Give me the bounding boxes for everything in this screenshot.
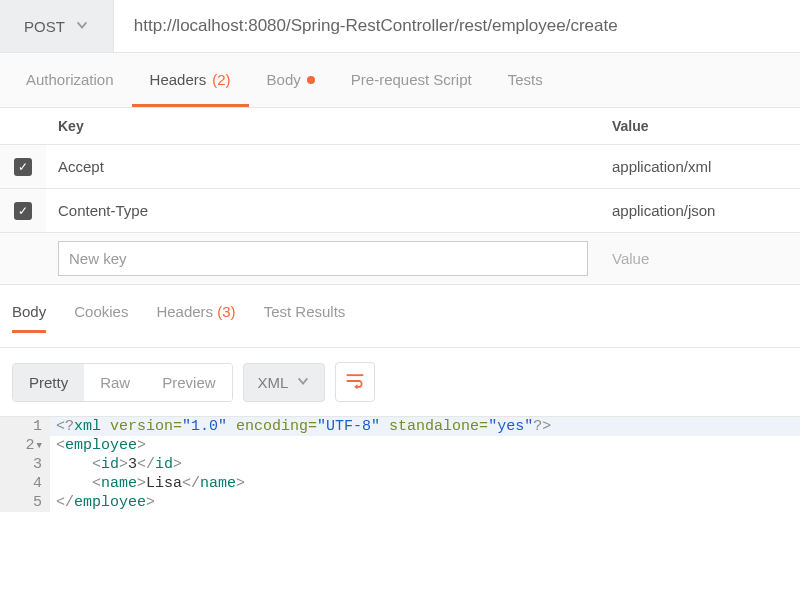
code-content: <?xml version="1.0" encoding="UTF-8" sta… bbox=[50, 417, 557, 436]
fold-icon[interactable]: ▼ bbox=[37, 441, 42, 451]
resp-tab-cookies[interactable]: Cookies bbox=[74, 299, 128, 333]
tab-count: (2) bbox=[212, 71, 230, 88]
view-pretty[interactable]: Pretty bbox=[13, 364, 84, 401]
code-line: 5</employee> bbox=[0, 493, 800, 512]
table-header-row: Key Value bbox=[0, 108, 800, 145]
code-content: </employee> bbox=[50, 493, 161, 512]
lang-label: XML bbox=[258, 374, 289, 391]
method-select[interactable]: POST bbox=[0, 0, 114, 52]
code-content: <name>Lisa</name> bbox=[50, 474, 251, 493]
checkbox-icon[interactable]: ✓ bbox=[14, 202, 32, 220]
code-line: 4 <name>Lisa</name> bbox=[0, 474, 800, 493]
new-key-input[interactable] bbox=[58, 241, 588, 276]
resp-tab-test-results[interactable]: Test Results bbox=[264, 299, 346, 333]
resp-tab-body[interactable]: Body bbox=[12, 299, 46, 333]
line-number: 4 bbox=[0, 474, 50, 493]
lang-select[interactable]: XML bbox=[243, 363, 326, 402]
tab-label: Body bbox=[12, 303, 46, 320]
tab-tests[interactable]: Tests bbox=[490, 53, 561, 107]
header-key[interactable]: Content-Type bbox=[46, 189, 600, 233]
code-content: <employee> bbox=[50, 436, 152, 455]
dot-icon bbox=[307, 76, 315, 84]
code-content: <id>3</id> bbox=[50, 455, 188, 474]
new-header-row: Value bbox=[0, 233, 800, 285]
wrap-icon bbox=[345, 372, 365, 393]
tab-label: Body bbox=[267, 71, 301, 88]
checkbox-icon[interactable]: ✓ bbox=[14, 158, 32, 176]
tab-prerequest[interactable]: Pre-request Script bbox=[333, 53, 490, 107]
tab-label: Cookies bbox=[74, 303, 128, 320]
header-value[interactable]: application/json bbox=[600, 189, 800, 233]
view-preview[interactable]: Preview bbox=[146, 364, 231, 401]
col-value: Value bbox=[600, 108, 800, 145]
chevron-down-icon bbox=[75, 18, 89, 35]
col-key: Key bbox=[46, 108, 600, 145]
col-check bbox=[0, 108, 46, 145]
line-number: 2▼ bbox=[0, 436, 50, 455]
tab-label: Tests bbox=[508, 71, 543, 88]
new-value-placeholder[interactable]: Value bbox=[612, 250, 649, 267]
wrap-lines-button[interactable] bbox=[335, 362, 375, 402]
tab-label: Headers bbox=[156, 303, 213, 320]
response-body-code[interactable]: 1<?xml version="1.0" encoding="UTF-8" st… bbox=[0, 416, 800, 512]
view-bar: Pretty Raw Preview XML bbox=[0, 348, 800, 416]
line-number: 5 bbox=[0, 493, 50, 512]
code-line: 2▼<employee> bbox=[0, 436, 800, 455]
tab-label: Headers bbox=[150, 71, 207, 88]
view-mode-group: Pretty Raw Preview bbox=[12, 363, 233, 402]
header-value[interactable]: application/xml bbox=[600, 145, 800, 189]
view-raw[interactable]: Raw bbox=[84, 364, 146, 401]
url-input[interactable] bbox=[114, 0, 800, 52]
tab-body[interactable]: Body bbox=[249, 53, 333, 107]
method-label: POST bbox=[24, 18, 65, 35]
code-line: 1<?xml version="1.0" encoding="UTF-8" st… bbox=[0, 417, 800, 436]
chevron-down-icon bbox=[296, 374, 310, 391]
tab-count: (3) bbox=[217, 303, 235, 320]
line-number: 1 bbox=[0, 417, 50, 436]
request-tabs: Authorization Headers (2) Body Pre-reque… bbox=[0, 53, 800, 108]
code-line: 3 <id>3</id> bbox=[0, 455, 800, 474]
header-key[interactable]: Accept bbox=[46, 145, 600, 189]
table-row[interactable]: ✓Acceptapplication/xml bbox=[0, 145, 800, 189]
tab-headers[interactable]: Headers (2) bbox=[132, 53, 249, 107]
resp-tab-headers[interactable]: Headers (3) bbox=[156, 299, 235, 333]
tab-label: Pre-request Script bbox=[351, 71, 472, 88]
headers-table: Key Value ✓Acceptapplication/xml✓Content… bbox=[0, 108, 800, 285]
tab-label: Authorization bbox=[26, 71, 114, 88]
tab-label: Test Results bbox=[264, 303, 346, 320]
line-number: 3 bbox=[0, 455, 50, 474]
tab-authorization[interactable]: Authorization bbox=[8, 53, 132, 107]
table-row[interactable]: ✓Content-Typeapplication/json bbox=[0, 189, 800, 233]
response-tabs: Body Cookies Headers (3) Test Results bbox=[0, 285, 800, 348]
request-bar: POST bbox=[0, 0, 800, 53]
